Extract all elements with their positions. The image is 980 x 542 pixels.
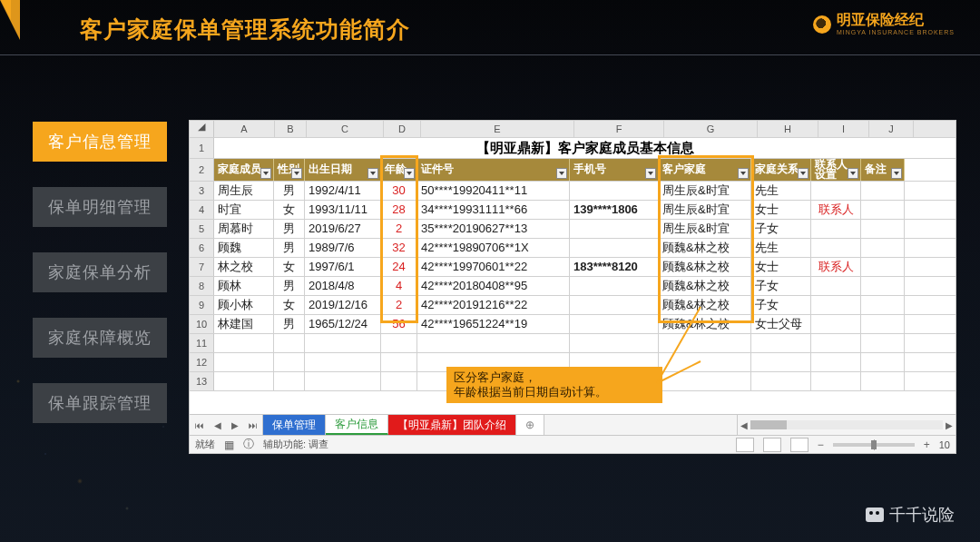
- hdr-family[interactable]: 客户家庭: [659, 159, 751, 181]
- cell-member[interactable]: 顾魏: [214, 239, 274, 257]
- col-H[interactable]: H: [758, 121, 818, 137]
- hdr-remark[interactable]: 备注: [861, 159, 905, 181]
- nav-policy-detail[interactable]: 保单明细管理: [33, 187, 167, 227]
- cell-relation[interactable]: 女士父母: [751, 315, 811, 333]
- nav-customer-info[interactable]: 客户信息管理: [33, 122, 167, 162]
- cell-empty[interactable]: [214, 353, 274, 371]
- cell-contact[interactable]: [811, 296, 861, 314]
- cell-empty[interactable]: [381, 353, 417, 371]
- cell-relation[interactable]: 子女: [751, 220, 811, 238]
- col-A[interactable]: A: [214, 121, 275, 137]
- view-pagebreak-icon[interactable]: [790, 438, 808, 452]
- row-gutter[interactable]: 3: [190, 182, 214, 200]
- cell-age[interactable]: 30: [381, 182, 417, 200]
- filter-icon[interactable]: [404, 168, 415, 179]
- cell-id[interactable]: 34****19931111**66: [417, 201, 570, 219]
- cell-empty[interactable]: [274, 334, 305, 352]
- cell-birth[interactable]: 1993/11/11: [305, 201, 381, 219]
- row-gutter[interactable]: 6: [190, 239, 214, 257]
- cell-contact[interactable]: [811, 315, 861, 333]
- cell-gender[interactable]: 男: [274, 315, 305, 333]
- cell-member[interactable]: 时宜: [214, 201, 274, 219]
- cell-contact[interactable]: [811, 277, 861, 295]
- hdr-contact[interactable]: 联系人 设置: [811, 159, 861, 181]
- cell-remark[interactable]: [861, 220, 905, 238]
- cell-empty[interactable]: [861, 372, 905, 390]
- cell-remark[interactable]: [861, 182, 905, 200]
- cell-member[interactable]: 林建国: [214, 315, 274, 333]
- cell-empty[interactable]: [570, 334, 659, 352]
- tab-first-icon[interactable]: ⏮: [195, 420, 204, 430]
- cell-relation[interactable]: 子女: [751, 296, 811, 314]
- nav-policy-tracking[interactable]: 保单跟踪管理: [33, 383, 167, 423]
- tab-next-icon[interactable]: ▶: [231, 420, 239, 430]
- cell-empty[interactable]: [381, 334, 417, 352]
- tab-add[interactable]: ⊕: [516, 415, 544, 435]
- cell-age[interactable]: 2: [381, 296, 417, 314]
- cell-empty[interactable]: [274, 353, 305, 371]
- cell-age[interactable]: 24: [381, 258, 417, 276]
- cell-phone[interactable]: [570, 239, 659, 257]
- cell-contact[interactable]: [811, 182, 861, 200]
- cell-age[interactable]: 32: [381, 239, 417, 257]
- col-C[interactable]: C: [307, 121, 384, 137]
- cell-member[interactable]: 周生辰: [214, 182, 274, 200]
- cell-id[interactable]: 50****19920411**11: [417, 182, 570, 200]
- cell-empty[interactable]: [861, 353, 905, 371]
- filter-icon[interactable]: [738, 168, 749, 179]
- cell-empty[interactable]: [751, 372, 811, 390]
- cell-empty[interactable]: [811, 334, 861, 352]
- cell-remark[interactable]: [861, 277, 905, 295]
- nav-family-overview[interactable]: 家庭保障概览: [33, 318, 167, 358]
- cell-empty[interactable]: [274, 372, 305, 390]
- cell-family[interactable]: 周生辰&时宜: [659, 220, 751, 238]
- filter-icon[interactable]: [260, 168, 271, 179]
- cell-gender[interactable]: 男: [274, 182, 305, 200]
- col-I[interactable]: I: [818, 121, 869, 137]
- cell-member[interactable]: 顾小林: [214, 296, 274, 314]
- select-all-corner[interactable]: ◢: [190, 121, 214, 137]
- cell-id[interactable]: 42****20191216**22: [417, 296, 570, 314]
- zoom-minus-icon[interactable]: −: [818, 439, 824, 451]
- row-gutter[interactable]: 9: [190, 296, 214, 314]
- cell-age[interactable]: 28: [381, 201, 417, 219]
- cell-phone[interactable]: [570, 315, 659, 333]
- macro-record-icon[interactable]: ▦: [224, 439, 234, 451]
- cell-phone[interactable]: [570, 220, 659, 238]
- row-gutter[interactable]: 7: [190, 258, 214, 276]
- cell-relation[interactable]: 女士: [751, 201, 811, 219]
- hscroll-track[interactable]: [750, 420, 943, 429]
- cell-id[interactable]: 42****20180408**95: [417, 277, 570, 295]
- zoom-thumb[interactable]: [871, 440, 877, 449]
- filter-icon[interactable]: [645, 168, 656, 179]
- cell-gender[interactable]: 男: [274, 220, 305, 238]
- cell-phone[interactable]: [570, 296, 659, 314]
- col-G[interactable]: G: [664, 121, 758, 137]
- cell-contact[interactable]: 联系人: [811, 201, 861, 219]
- cell-remark[interactable]: [861, 258, 905, 276]
- cell-family[interactable]: 顾魏&林之校: [659, 277, 751, 295]
- cell-empty[interactable]: [214, 372, 274, 390]
- hdr-age[interactable]: 年龄: [381, 159, 417, 181]
- col-F[interactable]: F: [574, 121, 664, 137]
- tab-policy-manage[interactable]: 保单管理: [263, 415, 326, 435]
- cell-empty[interactable]: [751, 353, 811, 371]
- cell-remark[interactable]: [861, 315, 905, 333]
- cell-birth[interactable]: 1992/4/11: [305, 182, 381, 200]
- cell-gender[interactable]: 女: [274, 258, 305, 276]
- col-E[interactable]: E: [421, 121, 574, 137]
- cell-birth[interactable]: 2018/4/8: [305, 277, 381, 295]
- cell-family[interactable]: 顾魏&林之校: [659, 239, 751, 257]
- cell-birth[interactable]: 1965/12/24: [305, 315, 381, 333]
- col-J[interactable]: J: [869, 121, 914, 137]
- tab-prev-icon[interactable]: ◀: [214, 420, 221, 430]
- cell-contact[interactable]: [811, 220, 861, 238]
- cell-family[interactable]: 周生辰&时宜: [659, 182, 751, 200]
- cell-birth[interactable]: 2019/6/27: [305, 220, 381, 238]
- tab-customer-info[interactable]: 客户信息: [326, 415, 388, 435]
- filter-icon[interactable]: [556, 168, 567, 179]
- cell-empty[interactable]: [305, 334, 381, 352]
- cell-relation[interactable]: 女士: [751, 258, 811, 276]
- row-gutter[interactable]: 12: [190, 353, 214, 371]
- filter-icon[interactable]: [291, 168, 302, 179]
